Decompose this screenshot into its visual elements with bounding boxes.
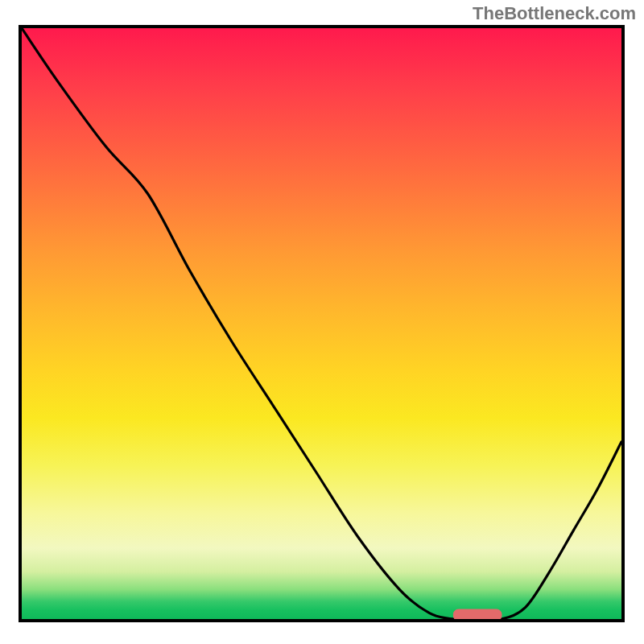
optimum-marker bbox=[453, 609, 502, 621]
watermark-text: TheBottleneck.com bbox=[473, 3, 636, 24]
bottleneck-curve bbox=[22, 28, 621, 620]
curve-layer bbox=[22, 28, 621, 619]
chart-stage: TheBottleneck.com bbox=[0, 0, 644, 644]
plot-frame bbox=[19, 25, 625, 622]
